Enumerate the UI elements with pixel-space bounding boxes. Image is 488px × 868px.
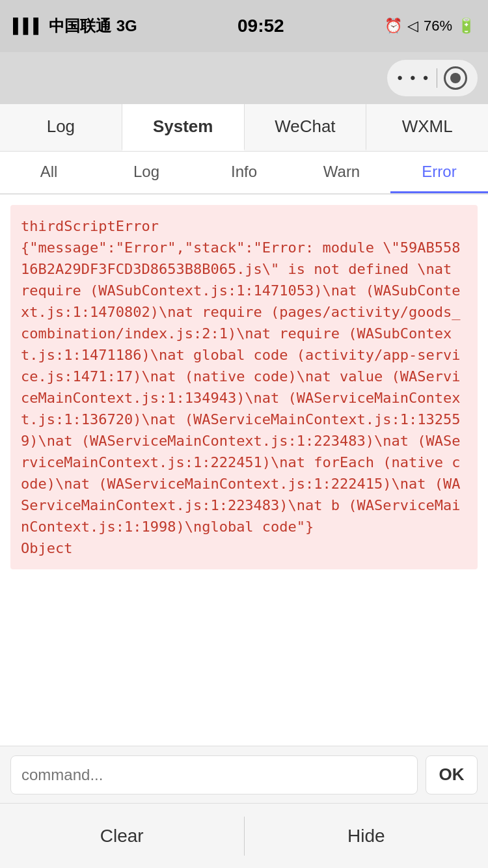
tab-primary-wxml[interactable]: WXML	[366, 104, 488, 151]
tab-secondary-log[interactable]: Log	[98, 152, 195, 193]
toolbar-area: • • •	[0, 52, 488, 104]
tab-primary-wechat[interactable]: WeChat	[245, 104, 367, 151]
status-bar: ▌▌▌ 中国联通 3G 09:52 ⏰ ◁ 76% 🔋	[0, 0, 488, 52]
log-entry: thirdScriptError {"message":"Error","sta…	[10, 205, 478, 569]
tab-primary-system[interactable]: System	[122, 104, 245, 151]
tab-secondary-error[interactable]: Error	[390, 152, 488, 193]
command-area: OK	[0, 746, 488, 803]
record-icon	[444, 66, 467, 90]
network-label: 3G	[116, 17, 137, 35]
battery-icon: 🔋	[457, 18, 475, 34]
hide-button[interactable]: Hide	[245, 804, 489, 868]
tab-primary-log[interactable]: Log	[0, 104, 122, 151]
toolbar-more-button[interactable]: • • •	[387, 60, 478, 96]
clear-button[interactable]: Clear	[0, 804, 244, 868]
log-content: thirdScriptError {"message":"Error","sta…	[0, 195, 488, 746]
tab-bar-secondary: All Log Info Warn Error	[0, 152, 488, 195]
carrier-label: 中国联通	[49, 16, 111, 36]
command-input[interactable]	[10, 755, 418, 794]
time-label: 09:52	[237, 16, 284, 36]
toolbar-divider	[437, 68, 437, 88]
status-right: ⏰ ◁ 76% 🔋	[385, 18, 475, 34]
alarm-icon: ⏰	[385, 18, 402, 34]
battery-label: 76%	[424, 18, 452, 34]
more-dots-icon: • • •	[398, 70, 430, 87]
tab-secondary-warn[interactable]: Warn	[293, 152, 390, 193]
tab-secondary-info[interactable]: Info	[195, 152, 293, 193]
signal-icon: ▌▌▌	[13, 18, 44, 34]
tab-bar-primary: Log System WeChat WXML	[0, 104, 488, 152]
bottom-bar: Clear Hide	[0, 803, 488, 868]
ok-button[interactable]: OK	[426, 755, 478, 794]
tab-secondary-all[interactable]: All	[0, 152, 98, 193]
location-icon: ◁	[407, 18, 418, 34]
status-left: ▌▌▌ 中国联通 3G	[13, 16, 137, 36]
log-entry-text: thirdScriptError {"message":"Error","sta…	[21, 215, 467, 559]
